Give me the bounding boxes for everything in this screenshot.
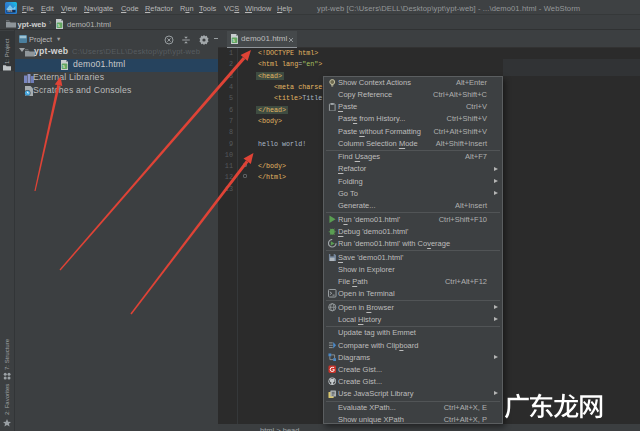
svg-text:5: 5: [62, 64, 65, 69]
svg-text:WS: WS: [7, 9, 12, 13]
